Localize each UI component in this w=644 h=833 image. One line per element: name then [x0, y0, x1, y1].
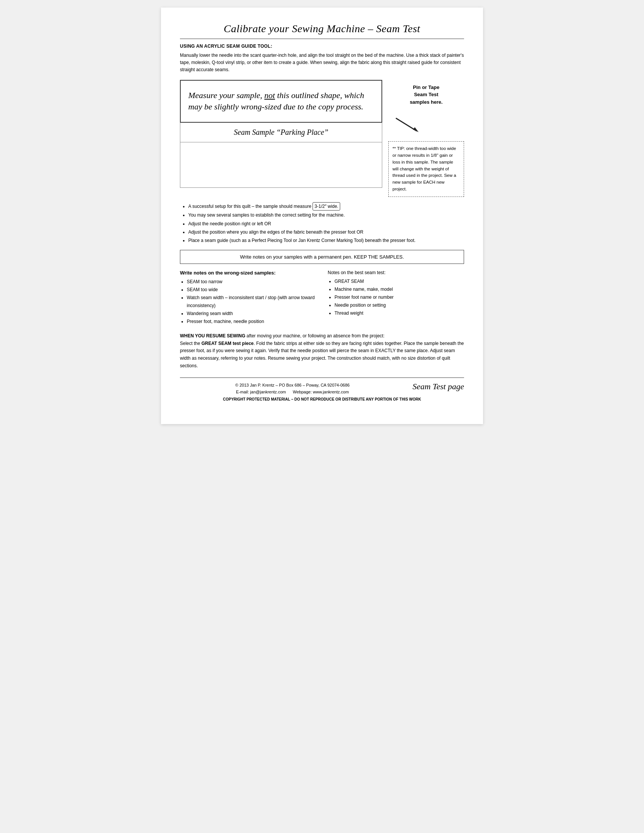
bullets-list: A successful setup for this quilt – the …: [180, 202, 464, 244]
main-content-area: Measure your sample, not this outlined s…: [180, 80, 464, 197]
svg-marker-1: [413, 127, 419, 132]
bullet-item-2: You may sew several samples to establish…: [188, 211, 464, 219]
resume-section: WHEN YOU RESUME SEWING after moving your…: [180, 333, 464, 370]
notes-section: Write notes on the wrong-sized samples: …: [180, 270, 464, 326]
page-title: Calibrate your Sewing Machine – Seam Tes…: [180, 23, 464, 35]
keep-samples-text: Write notes on your samples with a perma…: [240, 254, 404, 260]
footer-right-text: Seam Test page: [405, 382, 464, 391]
notes-left-item-2: SEAM too wide: [187, 286, 316, 294]
notes-left-heading: Write notes on the wrong-sized samples:: [180, 270, 316, 276]
notes-right-item-1: GREAT SEAM: [335, 278, 464, 286]
resume-paragraph: WHEN YOU RESUME SEWING after moving your…: [180, 333, 464, 370]
document-page: Calibrate your Sewing Machine – Seam Tes…: [161, 8, 483, 424]
measure-box: Measure your sample, not this outlined s…: [180, 80, 382, 123]
bullet-item-1: A successful setup for this quilt – the …: [188, 202, 464, 211]
notes-left-item-4: Wandering seam width: [187, 310, 316, 318]
footer-copyright: © 2013 Jan P. Krentz – PO Box 686 – Powa…: [180, 382, 405, 389]
not-underline: not: [264, 90, 275, 100]
right-column: Pin or TapeSeam Testsamples here. ** TIP…: [388, 80, 464, 197]
notes-left-item-1: SEAM too narrow: [187, 278, 316, 286]
copyright-notice: COPYRIGHT PROTECTED MATERIAL – DO NOT RE…: [180, 397, 464, 401]
notes-left-item-3: Watch seam width – inconsisitent start /…: [187, 294, 316, 310]
measure-text: Measure your sample, not this outlined s…: [188, 90, 374, 113]
footer-webpage: Webpage: www.jankrentz.com: [293, 390, 349, 394]
tip-text: ** TIP: one thread-width too wide or nar…: [393, 146, 456, 191]
title-divider: [180, 39, 464, 39]
notes-right-item-4: Needle position or setting: [335, 301, 464, 309]
arrow-container: [388, 113, 464, 136]
footer-left: © 2013 Jan P. Krentz – PO Box 686 – Powa…: [180, 382, 405, 396]
tool-section-heading: USING AN ACRYLIC SEAM GUIDE TOOL:: [180, 43, 464, 49]
notes-left-list: SEAM too narrow SEAM too wide Watch seam…: [180, 278, 316, 326]
resume-text-1: after moving your machine, or following …: [245, 333, 385, 338]
measure-text-1: Measure your sample,: [188, 90, 262, 100]
bullet-item-3: Adjust the needle position right or left…: [188, 220, 464, 228]
tip-box: ** TIP: one thread-width too wide or nar…: [388, 141, 464, 197]
notes-right-item-3: Presser foot name or number: [335, 293, 464, 301]
arrow-icon: [392, 115, 422, 134]
notes-right: Notes on the best seam test: GREAT SEAM …: [328, 270, 464, 326]
notes-right-item-5: Thread weight: [335, 309, 464, 317]
parking-text: Seam Sample “Parking Place”: [188, 128, 374, 137]
notes-left-item-5: Presser foot, machine, needle position: [187, 318, 316, 326]
intro-paragraph: Manually lower the needle into the scant…: [180, 52, 464, 74]
parking-section: Seam Sample “Parking Place”: [180, 123, 382, 142]
notes-right-item-2: Machine name, make, model: [335, 286, 464, 293]
pin-tape-text: Pin or TapeSeam Testsamples here.: [410, 84, 443, 105]
notes-left: Write notes on the wrong-sized samples: …: [180, 270, 316, 326]
keep-samples-box: Write notes on your samples with a perma…: [180, 250, 464, 264]
footer-area: © 2013 Jan P. Krentz – PO Box 686 – Powa…: [180, 382, 464, 396]
bullet-item-4: Adjust the position where you align the …: [188, 228, 464, 236]
sample-area: [180, 142, 382, 188]
footer-divider: [180, 378, 464, 378]
measure-size-highlight: 3-1/2″ wide.: [312, 202, 340, 211]
bullet-item-5: Place a seam guide (such as a Perfect Pi…: [188, 236, 464, 244]
footer-email: E-mail: jan@jankrentz.com: [236, 390, 286, 394]
footer-contact: E-mail: jan@jankrentz.com Webpage: www.j…: [180, 389, 405, 396]
resume-heading: WHEN YOU RESUME SEWING: [180, 333, 245, 338]
resume-bold-1: GREAT SEAM test piece: [201, 341, 254, 346]
pin-tape-note: Pin or TapeSeam Testsamples here.: [388, 80, 464, 110]
bullets-section: A successful setup for this quilt – the …: [180, 202, 464, 244]
left-column: Measure your sample, not this outlined s…: [180, 80, 382, 197]
notes-right-heading: Notes on the best seam test:: [328, 270, 464, 275]
notes-right-list: GREAT SEAM Machine name, make, model Pre…: [328, 278, 464, 317]
resume-text-2: Select the: [180, 341, 201, 346]
